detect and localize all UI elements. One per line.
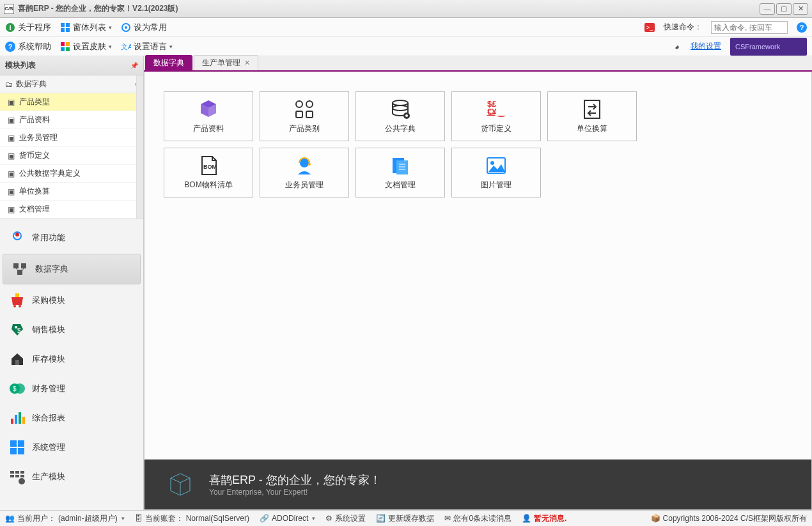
refresh-icon: 🔄 bbox=[376, 514, 386, 523]
svg-rect-49 bbox=[306, 111, 313, 118]
tree-item[interactable]: ▣单位换算 bbox=[0, 183, 143, 201]
module-label: 生产模块 bbox=[32, 471, 65, 483]
tree-item[interactable]: ▣公共数据字典定义 bbox=[0, 165, 143, 183]
status-refresh[interactable]: 🔄 更新缓存数据 bbox=[376, 513, 434, 524]
tile[interactable]: 图片管理 bbox=[451, 148, 541, 197]
tree-icon: 🗂 bbox=[5, 80, 13, 89]
module-icon: $ bbox=[9, 321, 26, 338]
module-item[interactable]: 系统管理 bbox=[0, 433, 143, 462]
tab-label: 数据字典 bbox=[153, 58, 184, 68]
lang-button[interactable]: 文A 设置语言 ▾ bbox=[121, 41, 173, 52]
tile-label: 业务员管理 bbox=[285, 180, 324, 190]
svg-rect-37 bbox=[10, 448, 17, 454]
tab-label: 生产单管理 bbox=[202, 58, 240, 68]
syshelp-button[interactable]: ? 系统帮助 bbox=[5, 41, 51, 52]
status-user[interactable]: 👥 当前用户： (admin-超级用户) bbox=[5, 513, 125, 524]
module-label: 采购模块 bbox=[32, 295, 65, 306]
sidebar-header: 模块列表 📌 bbox=[0, 56, 143, 75]
footer-banner: 喜鹊ERP - 您的企业，您的专家！ Your Enterprise, Your… bbox=[144, 460, 811, 509]
cube-wireframe-icon bbox=[164, 468, 196, 500]
tile-label: 图片管理 bbox=[481, 180, 511, 190]
module-item[interactable]: 生产模块 bbox=[0, 462, 143, 491]
tile[interactable]: 文档管理 bbox=[355, 148, 445, 197]
svg-rect-24 bbox=[15, 293, 19, 297]
link-icon: 🔗 bbox=[260, 514, 269, 523]
help-icon[interactable]: ? bbox=[797, 22, 807, 33]
wrench-icon bbox=[671, 42, 682, 52]
status-ado[interactable]: 🔗 ADODirect bbox=[260, 514, 315, 523]
close-icon[interactable]: ✕ bbox=[244, 59, 250, 67]
database-gear-icon bbox=[389, 99, 412, 120]
module-icon bbox=[9, 292, 26, 309]
tree-item[interactable]: ▣文档管理 bbox=[0, 201, 143, 219]
tree-item[interactable]: ▣货币定义 bbox=[0, 147, 143, 165]
module-icon bbox=[12, 261, 29, 277]
tile-label: BOM物料清单 bbox=[184, 180, 232, 190]
sidebar-title: 模块列表 bbox=[5, 60, 36, 71]
content-area: 数据字典生产单管理✕ 产品资料产品类别公共字典$£€¥货币定义单位换算BOMBO… bbox=[144, 56, 812, 510]
maximize-button[interactable]: ▢ bbox=[776, 3, 792, 15]
setdefault-button[interactable]: 设为常用 bbox=[121, 22, 167, 33]
cube-icon: ▣ bbox=[6, 98, 15, 107]
svg-rect-12 bbox=[61, 47, 65, 51]
tab[interactable]: 数据字典 bbox=[145, 55, 192, 70]
database-icon: 🗄 bbox=[135, 514, 143, 523]
svg-rect-48 bbox=[296, 111, 302, 118]
tree-item[interactable]: ▣业务员管理 bbox=[0, 129, 143, 147]
tile[interactable]: 产品资料 bbox=[164, 91, 253, 141]
svg-point-66 bbox=[490, 161, 494, 165]
cube-icon: ▣ bbox=[6, 116, 15, 125]
about-button[interactable]: i 关于程序 bbox=[5, 22, 51, 33]
svg-rect-11 bbox=[66, 42, 70, 46]
module-item[interactable]: $财务管理 bbox=[0, 374, 143, 403]
tree-item-label: 产品资料 bbox=[19, 114, 50, 125]
svg-text:$: $ bbox=[17, 327, 21, 334]
svg-rect-13 bbox=[66, 47, 70, 51]
tree-item-label: 货币定义 bbox=[19, 150, 50, 161]
svg-rect-40 bbox=[15, 471, 19, 474]
module-item[interactable]: 采购模块 bbox=[0, 286, 143, 315]
tile[interactable]: BOMBOM物料清单 bbox=[164, 148, 253, 197]
minimize-button[interactable]: ― bbox=[760, 3, 775, 15]
module-item[interactable]: 数据字典 bbox=[3, 254, 141, 284]
chevron-left-icon: « bbox=[134, 81, 138, 88]
svg-text:文A: 文A bbox=[121, 43, 131, 50]
module-label: 综合报表 bbox=[32, 412, 65, 424]
module-item[interactable]: $销售模块 bbox=[0, 315, 143, 344]
module-item[interactable]: 常用功能 bbox=[0, 223, 143, 252]
tile[interactable]: 业务员管理 bbox=[260, 148, 349, 197]
skin-button[interactable]: 设置皮肤 ▾ bbox=[60, 41, 112, 52]
close-button[interactable]: ✕ bbox=[793, 3, 808, 15]
module-item[interactable]: 综合报表 bbox=[0, 403, 143, 433]
tile[interactable]: 产品类别 bbox=[260, 91, 349, 141]
tree-item-label: 产品类型 bbox=[19, 97, 50, 107]
quickcmd-input[interactable] bbox=[711, 21, 788, 34]
formlist-button[interactable]: 窗体列表 ▾ bbox=[60, 22, 112, 33]
svg-text:>_: >_ bbox=[646, 24, 653, 31]
svg-point-16 bbox=[15, 233, 19, 236]
status-syssettings[interactable]: ⚙ 系统设置 bbox=[325, 513, 366, 524]
headset-icon bbox=[293, 155, 316, 176]
msgs-label: 您有0条未读消息 bbox=[453, 513, 511, 524]
tile-label: 产品资料 bbox=[193, 123, 224, 134]
module-item[interactable]: 库存模块 bbox=[0, 344, 143, 374]
gear-icon bbox=[121, 22, 131, 33]
tree-item[interactable]: ▣产品资料 bbox=[0, 111, 143, 129]
svg-rect-42 bbox=[10, 475, 14, 477]
refresh-label: 更新缓存数据 bbox=[388, 513, 434, 524]
status-messages[interactable]: ✉ 您有0条未读消息 bbox=[444, 513, 511, 524]
pin-icon[interactable]: 📌 bbox=[130, 62, 138, 69]
tree-item-label: 业务员管理 bbox=[19, 132, 58, 143]
svg-point-23 bbox=[19, 305, 21, 307]
tab[interactable]: 生产单管理✕ bbox=[194, 55, 258, 70]
tree-item[interactable]: ▣产品类型 bbox=[0, 93, 143, 111]
tile[interactable]: $£€¥货币定义 bbox=[451, 91, 541, 141]
module-icon bbox=[9, 439, 26, 456]
status-copyright: 📦 Copyrights 2006-2024 C/S框架网版权所有 bbox=[651, 513, 807, 524]
svg-point-47 bbox=[306, 101, 313, 107]
tile[interactable]: 公共字典 bbox=[355, 91, 445, 141]
tree-category-header[interactable]: 🗂 数据字典 « bbox=[0, 75, 143, 93]
currency-icon: $£€¥ bbox=[485, 99, 508, 120]
mysettings-link[interactable]: 我的设置 bbox=[691, 41, 721, 52]
tile[interactable]: 单位换算 bbox=[547, 91, 637, 141]
